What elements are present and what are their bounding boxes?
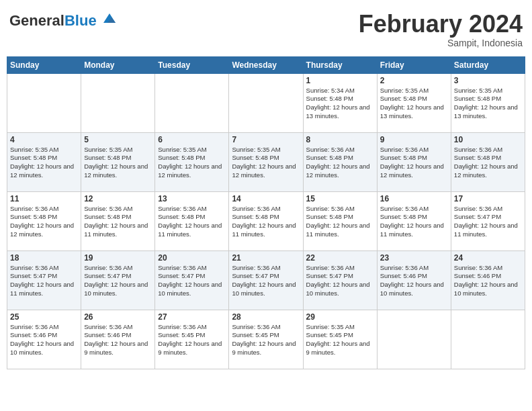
weekday-header-monday: Monday bbox=[81, 56, 155, 73]
day-number: 16 bbox=[380, 194, 448, 203]
day-info: Sunrise: 5:35 AM Sunset: 5:48 PM Dayligh… bbox=[232, 146, 300, 180]
day-number: 19 bbox=[84, 253, 152, 263]
day-info: Sunrise: 5:36 AM Sunset: 5:46 PM Dayligh… bbox=[10, 323, 78, 357]
day-info: Sunrise: 5:36 AM Sunset: 5:47 PM Dayligh… bbox=[84, 264, 152, 298]
calendar-cell: 26Sunrise: 5:36 AM Sunset: 5:46 PM Dayli… bbox=[81, 310, 155, 369]
day-info: Sunrise: 5:36 AM Sunset: 5:47 PM Dayligh… bbox=[10, 264, 78, 298]
day-number: 2 bbox=[380, 76, 448, 85]
day-number: 7 bbox=[232, 135, 300, 144]
calendar-cell: 18Sunrise: 5:36 AM Sunset: 5:47 PM Dayli… bbox=[7, 250, 81, 310]
day-info: Sunrise: 5:35 AM Sunset: 5:45 PM Dayligh… bbox=[306, 323, 374, 357]
day-info: Sunrise: 5:35 AM Sunset: 5:48 PM Dayligh… bbox=[10, 146, 78, 180]
day-info: Sunrise: 5:36 AM Sunset: 5:45 PM Dayligh… bbox=[232, 323, 300, 357]
calendar-cell: 2Sunrise: 5:35 AM Sunset: 5:48 PM Daylig… bbox=[377, 73, 451, 132]
calendar-cell: 13Sunrise: 5:36 AM Sunset: 5:48 PM Dayli… bbox=[155, 191, 229, 250]
weekday-header-friday: Friday bbox=[377, 56, 451, 73]
day-number: 20 bbox=[158, 253, 226, 263]
day-number: 25 bbox=[10, 312, 78, 322]
day-info: Sunrise: 5:36 AM Sunset: 5:48 PM Dayligh… bbox=[232, 205, 300, 239]
day-info: Sunrise: 5:35 AM Sunset: 5:48 PM Dayligh… bbox=[84, 146, 152, 180]
day-number: 26 bbox=[84, 312, 152, 322]
calendar-cell: 27Sunrise: 5:36 AM Sunset: 5:45 PM Dayli… bbox=[155, 310, 229, 369]
calendar-cell: 6Sunrise: 5:35 AM Sunset: 5:48 PM Daylig… bbox=[155, 132, 229, 191]
calendar-table: SundayMondayTuesdayWednesdayThursdayFrid… bbox=[7, 56, 525, 369]
day-info: Sunrise: 5:36 AM Sunset: 5:45 PM Dayligh… bbox=[158, 323, 226, 357]
day-info: Sunrise: 5:36 AM Sunset: 5:48 PM Dayligh… bbox=[380, 146, 448, 180]
day-info: Sunrise: 5:36 AM Sunset: 5:48 PM Dayligh… bbox=[306, 146, 374, 180]
day-info: Sunrise: 5:36 AM Sunset: 5:46 PM Dayligh… bbox=[84, 323, 152, 357]
calendar-cell: 24Sunrise: 5:36 AM Sunset: 5:46 PM Dayli… bbox=[451, 250, 525, 310]
calendar-cell: 10Sunrise: 5:36 AM Sunset: 5:48 PM Dayli… bbox=[451, 132, 525, 191]
logo-icon bbox=[102, 11, 117, 26]
day-info: Sunrise: 5:34 AM Sunset: 5:48 PM Dayligh… bbox=[306, 87, 374, 121]
calendar-cell: 11Sunrise: 5:36 AM Sunset: 5:48 PM Dayli… bbox=[7, 191, 81, 250]
calendar-cell: 16Sunrise: 5:36 AM Sunset: 5:48 PM Dayli… bbox=[377, 191, 451, 250]
weekday-header-sunday: Sunday bbox=[7, 56, 81, 73]
day-number: 6 bbox=[158, 135, 226, 144]
day-info: Sunrise: 5:35 AM Sunset: 5:48 PM Dayligh… bbox=[454, 87, 522, 121]
calendar-row-1: 1Sunrise: 5:34 AM Sunset: 5:48 PM Daylig… bbox=[7, 73, 525, 132]
calendar-cell: 4Sunrise: 5:35 AM Sunset: 5:48 PM Daylig… bbox=[7, 132, 81, 191]
calendar-row-3: 11Sunrise: 5:36 AM Sunset: 5:48 PM Dayli… bbox=[7, 191, 525, 250]
calendar-cell: 14Sunrise: 5:36 AM Sunset: 5:48 PM Dayli… bbox=[229, 191, 303, 250]
weekday-header-wednesday: Wednesday bbox=[229, 56, 303, 73]
calendar-cell: 19Sunrise: 5:36 AM Sunset: 5:47 PM Dayli… bbox=[81, 250, 155, 310]
calendar-cell: 7Sunrise: 5:35 AM Sunset: 5:48 PM Daylig… bbox=[229, 132, 303, 191]
calendar-cell bbox=[451, 310, 525, 369]
day-number: 14 bbox=[232, 194, 300, 203]
calendar-cell: 17Sunrise: 5:36 AM Sunset: 5:47 PM Dayli… bbox=[451, 191, 525, 250]
day-number: 21 bbox=[232, 253, 300, 263]
calendar-cell: 25Sunrise: 5:36 AM Sunset: 5:46 PM Dayli… bbox=[7, 310, 81, 369]
page-header: GeneralBlue February 2024 Sampit, Indone… bbox=[7, 7, 525, 52]
day-number: 11 bbox=[10, 194, 78, 203]
day-info: Sunrise: 5:36 AM Sunset: 5:47 PM Dayligh… bbox=[306, 264, 374, 298]
day-info: Sunrise: 5:36 AM Sunset: 5:46 PM Dayligh… bbox=[454, 264, 522, 298]
day-info: Sunrise: 5:36 AM Sunset: 5:48 PM Dayligh… bbox=[306, 205, 374, 239]
day-number: 12 bbox=[84, 194, 152, 203]
calendar-row-5: 25Sunrise: 5:36 AM Sunset: 5:46 PM Dayli… bbox=[7, 310, 525, 369]
day-number: 18 bbox=[10, 253, 78, 263]
calendar-cell: 8Sunrise: 5:36 AM Sunset: 5:48 PM Daylig… bbox=[303, 132, 377, 191]
day-number: 28 bbox=[232, 312, 300, 322]
weekday-header-saturday: Saturday bbox=[451, 56, 525, 73]
day-info: Sunrise: 5:36 AM Sunset: 5:47 PM Dayligh… bbox=[454, 205, 522, 239]
calendar-cell bbox=[155, 73, 229, 132]
weekday-header-thursday: Thursday bbox=[303, 56, 377, 73]
day-info: Sunrise: 5:36 AM Sunset: 5:48 PM Dayligh… bbox=[158, 205, 226, 239]
calendar-cell: 15Sunrise: 5:36 AM Sunset: 5:48 PM Dayli… bbox=[303, 191, 377, 250]
day-number: 9 bbox=[380, 135, 448, 144]
day-number: 8 bbox=[306, 135, 374, 144]
calendar-cell: 21Sunrise: 5:36 AM Sunset: 5:47 PM Dayli… bbox=[229, 250, 303, 310]
day-info: Sunrise: 5:36 AM Sunset: 5:48 PM Dayligh… bbox=[380, 205, 448, 239]
month-title: February 2024 bbox=[359, 11, 523, 38]
weekday-header-tuesday: Tuesday bbox=[155, 56, 229, 73]
day-number: 4 bbox=[10, 135, 78, 144]
calendar-cell: 22Sunrise: 5:36 AM Sunset: 5:47 PM Dayli… bbox=[303, 250, 377, 310]
day-info: Sunrise: 5:36 AM Sunset: 5:47 PM Dayligh… bbox=[158, 264, 226, 298]
logo-blue-text: Blue bbox=[64, 12, 97, 29]
calendar-cell bbox=[7, 73, 81, 132]
calendar-cell: 5Sunrise: 5:35 AM Sunset: 5:48 PM Daylig… bbox=[81, 132, 155, 191]
day-info: Sunrise: 5:36 AM Sunset: 5:46 PM Dayligh… bbox=[380, 264, 448, 298]
day-number: 23 bbox=[380, 253, 448, 263]
day-number: 3 bbox=[454, 76, 522, 85]
calendar-cell: 28Sunrise: 5:36 AM Sunset: 5:45 PM Dayli… bbox=[229, 310, 303, 369]
day-info: Sunrise: 5:36 AM Sunset: 5:48 PM Dayligh… bbox=[10, 205, 78, 239]
location-subtitle: Sampit, Indonesia bbox=[359, 38, 523, 48]
calendar-cell: 20Sunrise: 5:36 AM Sunset: 5:47 PM Dayli… bbox=[155, 250, 229, 310]
calendar-cell bbox=[229, 73, 303, 132]
day-number: 27 bbox=[158, 312, 226, 322]
day-number: 24 bbox=[454, 253, 522, 263]
day-info: Sunrise: 5:36 AM Sunset: 5:48 PM Dayligh… bbox=[84, 205, 152, 239]
calendar-cell: 29Sunrise: 5:35 AM Sunset: 5:45 PM Dayli… bbox=[303, 310, 377, 369]
day-number: 1 bbox=[306, 76, 374, 85]
calendar-row-2: 4Sunrise: 5:35 AM Sunset: 5:48 PM Daylig… bbox=[7, 132, 525, 191]
calendar-cell: 9Sunrise: 5:36 AM Sunset: 5:48 PM Daylig… bbox=[377, 132, 451, 191]
calendar-cell: 23Sunrise: 5:36 AM Sunset: 5:46 PM Dayli… bbox=[377, 250, 451, 310]
calendar-cell: 3Sunrise: 5:35 AM Sunset: 5:48 PM Daylig… bbox=[451, 73, 525, 132]
day-number: 13 bbox=[158, 194, 226, 203]
calendar-cell bbox=[81, 73, 155, 132]
weekday-header-row: SundayMondayTuesdayWednesdayThursdayFrid… bbox=[7, 56, 525, 73]
logo-general-text: General bbox=[9, 12, 64, 29]
calendar-cell: 1Sunrise: 5:34 AM Sunset: 5:48 PM Daylig… bbox=[303, 73, 377, 132]
